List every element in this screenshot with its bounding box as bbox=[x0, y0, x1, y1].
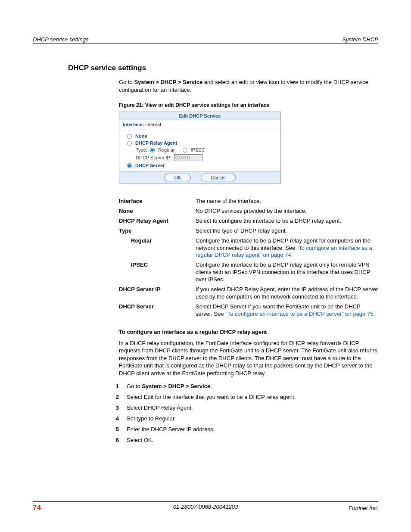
radio-relay-row: DHCP Relay Agent bbox=[127, 140, 277, 146]
definitions-table: InterfaceThe name of the interface. None… bbox=[119, 196, 378, 319]
screenshot-button-row: OK Cancel bbox=[119, 171, 280, 183]
page-footer: 74 01-28007-0068-20041203 Fortinet Inc. bbox=[33, 501, 378, 512]
running-header: DHCP service settings System DHCP bbox=[33, 36, 378, 44]
radio-type-ipsec[interactable] bbox=[183, 148, 187, 152]
subheading-relay-procedure: To configure an interface as a regular D… bbox=[119, 329, 378, 335]
dhcp-server-ip-input[interactable] bbox=[174, 154, 202, 161]
radio-type-regular[interactable] bbox=[150, 148, 155, 152]
screenshot-title: Edit DHCP Service bbox=[119, 112, 280, 120]
header-right: System DHCP bbox=[342, 36, 378, 43]
section-title: DHCP service settings bbox=[68, 64, 378, 72]
figure-caption: Figure 21: View or edit DHCP service set… bbox=[119, 102, 378, 108]
screenshot-edit-dhcp-service: Edit DHCP Service Interface: internal No… bbox=[119, 112, 281, 184]
relay-explanation-paragraph: In a DHCP relay configuration, the Forti… bbox=[119, 339, 378, 377]
radio-relay-agent[interactable] bbox=[127, 141, 132, 146]
screenshot-interface-row: Interface: internal bbox=[119, 120, 280, 130]
radio-none[interactable] bbox=[127, 134, 132, 139]
doc-id: 01-28007-0068-20041203 bbox=[33, 504, 378, 510]
relay-type-row: Type: Regular IPSEC bbox=[136, 147, 277, 152]
header-left: DHCP service settings bbox=[33, 36, 89, 43]
procedure-steps: 1Go to System > DHCP > Service. 2Select … bbox=[103, 383, 378, 443]
cancel-button[interactable]: Cancel bbox=[201, 174, 235, 181]
radio-server-row: DHCP Server bbox=[127, 163, 277, 168]
relay-server-ip-row: DHCP Server IP: bbox=[136, 154, 277, 161]
ok-button[interactable]: OK bbox=[164, 174, 191, 181]
intro-paragraph: Go to System > DHCP > Service and select… bbox=[119, 78, 378, 93]
radio-none-row: None bbox=[127, 134, 277, 139]
radio-dhcp-server[interactable] bbox=[127, 163, 132, 168]
link-dhcp-server[interactable]: “To configure an interface to be a DHCP … bbox=[225, 311, 373, 317]
